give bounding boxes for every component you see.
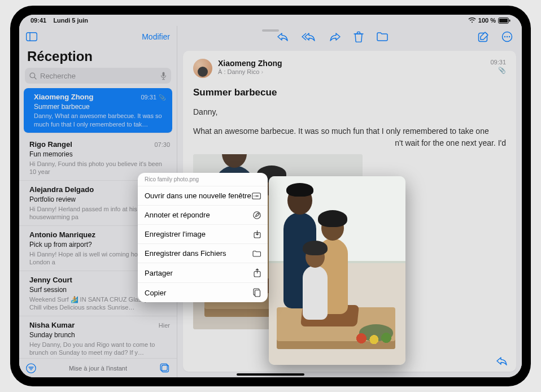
svg-rect-2 — [509, 19, 511, 21]
mail-paragraph: What an awesome barbecue. It was so much… — [193, 125, 506, 137]
multitask-pill[interactable] — [262, 29, 279, 32]
message-sender: Antonio Manriquez — [29, 230, 95, 240]
battery-percent: 100 % — [478, 17, 496, 24]
status-left: 09:41 Lundi 5 juin — [30, 17, 88, 24]
menu-markup-reply[interactable]: Annoter et répondre — [138, 206, 268, 225]
svg-rect-30 — [255, 290, 260, 297]
message-subject: Sunday brunch — [29, 331, 170, 340]
edit-button[interactable]: Modifier — [142, 32, 170, 41]
device-frame: 09:41 Lundi 5 juin 100 % — [10, 6, 531, 386]
sidebar-footer: Mise à jour à l'instant — [19, 358, 177, 377]
attachment-icon: 📎 — [159, 94, 165, 101]
status-date: Lundi 5 juin — [53, 17, 88, 24]
menu-label: Ouvrir dans une nouvelle fenêtre — [145, 191, 251, 200]
compose-icon[interactable] — [478, 31, 489, 42]
sidebar-toggle-icon[interactable] — [26, 32, 37, 41]
svg-point-23 — [254, 195, 255, 197]
svg-point-20 — [507, 36, 508, 37]
mail-from[interactable]: Xiaomeng Zhong — [218, 59, 485, 68]
move-folder-icon[interactable] — [376, 31, 389, 42]
reply-icon[interactable] — [496, 356, 508, 366]
filter-icon[interactable] — [26, 363, 36, 373]
menu-save-image[interactable]: Enregistrer l'image — [138, 225, 268, 244]
message-preview: Hey Danny, Do you and Rigo want to come … — [29, 341, 170, 357]
message-time: 07:30 — [154, 141, 170, 149]
compose-window-icon[interactable] — [160, 363, 170, 373]
svg-rect-7 — [163, 72, 165, 76]
context-menu: Rico family photo.png Ouvrir dans une no… — [138, 173, 268, 302]
more-icon[interactable] — [501, 31, 513, 42]
attachment-preview-lift[interactable] — [269, 176, 405, 365]
attachment-icon: 📎 — [490, 67, 506, 74]
wifi-icon — [468, 18, 476, 23]
sender-avatar[interactable] — [193, 59, 212, 78]
update-status: Mise à jour à l'instant — [69, 365, 127, 372]
save-down-icon — [254, 230, 261, 238]
menu-label: Enregistrer l'image — [145, 230, 206, 238]
message-sender: Rigo Rangel — [29, 140, 72, 150]
svg-point-19 — [504, 36, 505, 37]
mail-paragraph-cut: n't wait for the one next year. I'd — [193, 137, 506, 149]
chevron-right-icon: › — [261, 68, 263, 75]
window-icon — [252, 193, 261, 199]
content-toolbar — [177, 26, 522, 47]
forward-icon[interactable] — [329, 31, 341, 42]
mail-greeting: Danny, — [193, 106, 506, 117]
message-sender: Nisha Kumar — [29, 321, 75, 330]
message-time: 09:31📎 — [141, 93, 165, 101]
reply-icon[interactable] — [277, 31, 289, 42]
trash-icon[interactable] — [354, 31, 364, 42]
context-menu-filename: Rico family photo.png — [138, 173, 268, 186]
battery-icon — [498, 18, 511, 24]
mail-body: Danny, What an awesome barbecue. It was … — [193, 106, 506, 149]
message-item[interactable]: Xiaomeng Zhong 09:31📎 Summer barbecue Da… — [24, 88, 172, 133]
svg-point-21 — [509, 36, 510, 37]
share-icon — [254, 268, 261, 277]
menu-label: Partager — [145, 269, 173, 277]
message-subject: Summer barbecue — [34, 103, 165, 112]
reply-all-icon[interactable] — [302, 31, 316, 42]
svg-rect-24 — [255, 195, 259, 197]
status-bar: 09:41 Lundi 5 juin 100 % — [19, 15, 522, 26]
home-indicator[interactable] — [237, 373, 304, 376]
mail-to[interactable]: À : Danny Rico › — [218, 68, 485, 75]
message-item[interactable]: Nisha KumarHier Sunday brunch Hey Danny,… — [19, 316, 177, 358]
message-sender: Xiaomeng Zhong — [34, 93, 93, 102]
copy-icon — [253, 288, 261, 297]
menu-open-new-window[interactable]: Ouvrir dans une nouvelle fenêtre — [138, 186, 268, 206]
search-icon — [29, 72, 37, 80]
menu-label: Enregistrer dans Fichiers — [145, 249, 226, 258]
search-placeholder: Recherche — [40, 72, 76, 80]
search-input[interactable]: Recherche — [25, 68, 171, 84]
mail-time: 09:31 — [490, 59, 506, 66]
menu-save-to-files[interactable]: Enregistrer dans Fichiers — [138, 244, 268, 263]
inbox-title: Réception — [19, 47, 177, 68]
svg-line-6 — [34, 77, 36, 79]
message-sender: Alejandra Delgado — [29, 185, 94, 195]
menu-label: Annoter et répondre — [145, 211, 210, 219]
message-subject: Fun memories — [29, 150, 170, 159]
message-time: Hier — [159, 321, 170, 329]
menu-label: Copier — [145, 289, 166, 297]
svg-rect-3 — [27, 33, 37, 41]
svg-rect-1 — [499, 19, 508, 23]
mail-subject: Summer barbecue — [193, 87, 506, 98]
menu-share[interactable]: Partager — [138, 263, 268, 283]
status-right: 100 % — [468, 17, 511, 24]
screen: 09:41 Lundi 5 juin 100 % — [19, 15, 522, 377]
status-time: 09:41 — [30, 17, 46, 24]
markup-icon — [253, 211, 261, 219]
dictation-icon[interactable] — [160, 72, 167, 80]
folder-icon — [252, 250, 261, 257]
message-sender: Jenny Court — [29, 276, 72, 285]
svg-point-25 — [254, 211, 260, 218]
message-preview: Danny, What an awesome barbecue. It was … — [34, 112, 165, 128]
menu-copy[interactable]: Copier — [138, 283, 268, 302]
